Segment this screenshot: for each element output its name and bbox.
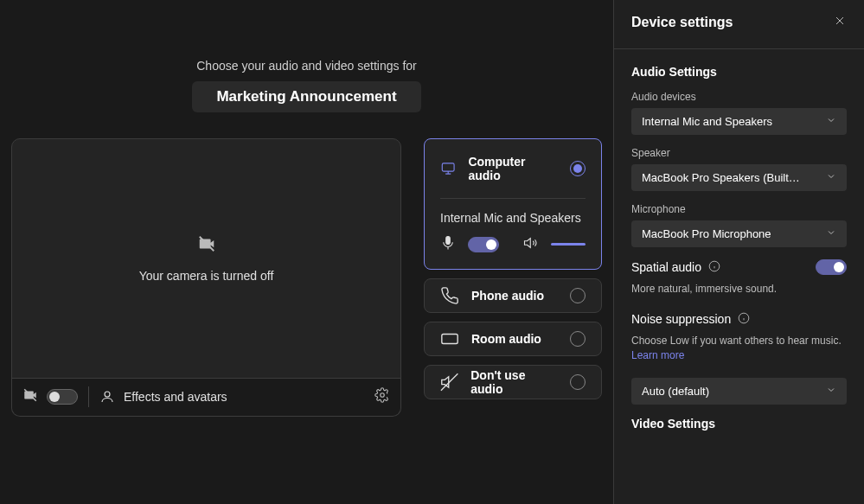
spatial-audio-toggle[interactable]: [816, 259, 847, 275]
chevron-down-icon: [826, 227, 836, 240]
noise-suppression-hint: Choose Low if you want others to hear mu…: [631, 334, 847, 363]
meeting-title: Marketing Announcement: [192, 81, 420, 112]
chevron-down-icon: [826, 115, 836, 128]
audio-option-phone[interactable]: Phone audio: [424, 278, 602, 313]
microphone-toggle[interactable]: [468, 237, 499, 252]
svg-line-6: [441, 373, 458, 390]
volume-slider[interactable]: [551, 243, 586, 246]
svg-rect-5: [442, 335, 458, 344]
speaker-label: Speaker: [631, 147, 847, 159]
speaker-select[interactable]: MacBook Pro Speakers (Built…: [631, 164, 847, 191]
noise-suppression-select[interactable]: Auto (default): [631, 378, 847, 405]
microphone-label: Microphone: [631, 203, 847, 215]
svg-rect-4: [442, 163, 454, 171]
radio-computer-audio[interactable]: [570, 161, 586, 176]
microphone-value: MacBook Pro Microphone: [642, 227, 771, 240]
audio-option-room[interactable]: Room audio: [424, 322, 602, 356]
info-icon[interactable]: [738, 312, 750, 327]
noise-suppression-label: Noise suppression: [631, 312, 731, 326]
audio-option-none[interactable]: Don't use audio: [424, 365, 602, 399]
gear-icon[interactable]: [374, 387, 390, 406]
choose-settings-label: Choose your audio and video settings for: [0, 59, 613, 73]
speaker-value: MacBook Pro Speakers (Built…: [642, 171, 800, 184]
audio-option-label: Computer audio: [468, 155, 546, 182]
video-preview: Your camera is turned off: [11, 138, 401, 379]
spatial-audio-hint: More natural, immersive sound.: [631, 282, 847, 297]
close-icon[interactable]: [833, 14, 847, 31]
chevron-down-icon: [826, 171, 836, 184]
spatial-audio-label: Spatial audio: [631, 260, 701, 274]
audio-settings-heading: Audio Settings: [631, 65, 847, 79]
noise-suppression-value: Auto (default): [642, 385, 709, 398]
speaker-icon: [523, 235, 539, 253]
radio-phone-audio[interactable]: [570, 288, 586, 303]
info-icon[interactable]: [708, 260, 720, 275]
radio-no-audio[interactable]: [570, 374, 586, 390]
microphone-icon: [440, 235, 456, 253]
camera-off-icon: [197, 234, 216, 257]
learn-more-link[interactable]: Learn more: [631, 349, 684, 361]
audio-device-name[interactable]: Internal Mic and Speakers: [440, 211, 586, 225]
audio-option-label: Phone audio: [471, 289, 544, 303]
effects-and-avatars-button[interactable]: Effects and avatars: [99, 389, 227, 405]
svg-point-3: [381, 392, 385, 397]
svg-point-2: [105, 392, 110, 397]
audio-devices-label: Audio devices: [631, 91, 847, 103]
radio-room-audio[interactable]: [570, 331, 586, 347]
audio-devices-value: Internal Mic and Speakers: [642, 115, 772, 128]
effects-label: Effects and avatars: [124, 390, 227, 404]
chevron-down-icon: [826, 385, 836, 398]
audio-option-label: Room audio: [471, 332, 541, 346]
camera-off-text: Your camera is turned off: [139, 269, 274, 283]
video-controls-bar: Effects and avatars: [11, 377, 401, 417]
video-settings-heading: Video Settings: [631, 417, 847, 431]
audio-devices-select[interactable]: Internal Mic and Speakers: [631, 108, 847, 135]
audio-option-label: Don't use audio: [470, 368, 558, 396]
audio-option-computer[interactable]: Computer audio Internal Mic and Speakers: [424, 138, 602, 270]
camera-toggle[interactable]: [47, 389, 78, 405]
device-settings-title: Device settings: [631, 15, 733, 30]
camera-icon: [22, 387, 38, 406]
microphone-select[interactable]: MacBook Pro Microphone: [631, 220, 847, 247]
